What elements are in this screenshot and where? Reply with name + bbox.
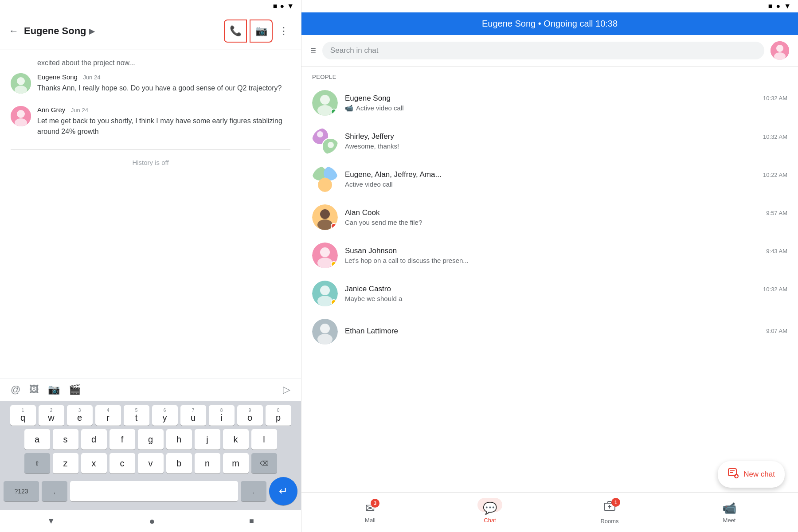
key-g[interactable]: g: [138, 429, 164, 450]
keyboard-number-row: 1q 2w 3e 4r 5t 6y 7u 8i 9o 0p: [2, 405, 299, 426]
key-e[interactable]: 3e: [67, 405, 93, 426]
key-k[interactable]: k: [223, 429, 249, 450]
chat-list: Eugene Song 10:32 AM 📹 Active video call: [301, 84, 798, 492]
wifi-icon: ●: [776, 2, 780, 10]
input-toolbar: @ 🖼 📷 🎬 ▷: [0, 378, 301, 401]
status-indicator: [331, 261, 337, 267]
backspace-key[interactable]: ⌫: [251, 453, 277, 473]
key-a[interactable]: a: [24, 429, 50, 450]
comma-key[interactable]: ,: [42, 481, 67, 501]
shift-key[interactable]: ⇧: [24, 453, 50, 473]
chat-name-row: Shirley, Jeffery 10:32 AM: [345, 132, 787, 141]
message-preview: Can you send me the file?: [345, 219, 787, 226]
key-j[interactable]: j: [195, 429, 220, 450]
chat-header: ← Eugene Song ▶ 📞 📷 ⋮: [0, 12, 301, 50]
battery-icon: ▼: [784, 2, 791, 10]
new-chat-icon: [728, 467, 739, 481]
key-u[interactable]: 7u: [180, 405, 206, 426]
new-chat-button[interactable]: New chat: [718, 461, 785, 488]
signal-icon: ■: [273, 2, 278, 10]
key-m[interactable]: m: [223, 453, 249, 473]
back-button[interactable]: ←: [9, 25, 19, 37]
image-button[interactable]: 🖼: [29, 384, 39, 395]
keyboard-bottom-row: ?123 , . ↵: [2, 477, 299, 507]
nav-home-button[interactable]: ●: [149, 516, 155, 527]
meet-icon: 📹: [722, 501, 736, 515]
key-w[interactable]: 2w: [39, 405, 64, 426]
numbers-key[interactable]: ?123: [4, 481, 39, 501]
more-options-button[interactable]: ⋮: [275, 22, 292, 40]
key-i[interactable]: 8i: [209, 405, 235, 426]
expand-icon[interactable]: ▶: [89, 27, 94, 35]
contact-name: Janice Castro: [345, 285, 391, 293]
video-call-button[interactable]: 📷: [250, 20, 273, 43]
chat-list-item[interactable]: Shirley, Jeffery 10:32 AM Awesome, thank…: [301, 122, 798, 160]
chat-name-row: Ethan Lattimore 9:07 AM: [345, 327, 787, 336]
key-b[interactable]: b: [166, 453, 192, 473]
key-d[interactable]: d: [81, 429, 107, 450]
navigation-bar: ▼ ● ■: [0, 510, 301, 532]
nav-item-meet[interactable]: 📹 Meet: [703, 501, 756, 524]
chat-title: Eugene Song ▶: [24, 25, 94, 37]
message-preview: Maybe we should a: [345, 295, 787, 302]
nav-item-chat[interactable]: 💬 Chat: [463, 501, 516, 524]
hamburger-menu-button[interactable]: ≡: [310, 45, 316, 56]
period-key[interactable]: .: [241, 481, 266, 501]
avatar: [312, 204, 338, 230]
key-o[interactable]: 9o: [237, 405, 263, 426]
svg-point-11: [317, 105, 332, 116]
svg-point-26: [320, 286, 330, 295]
key-v[interactable]: v: [138, 453, 164, 473]
key-n[interactable]: n: [195, 453, 220, 473]
camera-button[interactable]: 📷: [48, 384, 60, 395]
avatar: [312, 319, 338, 344]
message-time: 10:22 AM: [763, 172, 787, 178]
ongoing-call-banner[interactable]: Eugene Song • Ongoing call 10:38: [301, 12, 798, 35]
message-text: Thanks Ann, I really hope so. Do you hav…: [37, 83, 282, 94]
nav-item-mail[interactable]: ✉ 3 Mail: [344, 501, 397, 524]
key-z[interactable]: z: [53, 453, 78, 473]
nav-item-rooms[interactable]: 1 Rooms: [583, 501, 636, 524]
key-h[interactable]: h: [166, 429, 192, 450]
key-f[interactable]: f: [110, 429, 135, 450]
phone-call-button[interactable]: 📞: [224, 20, 247, 43]
user-avatar[interactable]: [771, 41, 789, 60]
key-c[interactable]: c: [110, 453, 135, 473]
chat-list-item[interactable]: Alan Cook 9:57 AM Can you send me the fi…: [301, 198, 798, 236]
message-time: 9:43 AM: [766, 248, 787, 254]
chat-list-item[interactable]: Eugene, Alan, Jeffrey, Ama... 10:22 AM A…: [301, 160, 798, 198]
send-button[interactable]: ▷: [283, 384, 290, 395]
chat-name-row: Janice Castro 10:32 AM: [345, 285, 787, 293]
key-x[interactable]: x: [81, 453, 107, 473]
key-y[interactable]: 6y: [152, 405, 178, 426]
key-t[interactable]: 5t: [124, 405, 149, 426]
search-input[interactable]: Search in chat: [322, 42, 764, 59]
chat-list-item[interactable]: Janice Castro 10:32 AM Maybe we should a: [301, 274, 798, 313]
new-chat-label: New chat: [743, 470, 775, 479]
avatar: [312, 281, 338, 306]
search-bar: ≡ Search in chat: [301, 35, 798, 66]
mention-button[interactable]: @: [11, 384, 20, 395]
svg-point-20: [320, 209, 330, 219]
key-l[interactable]: l: [251, 429, 277, 450]
nav-back-button[interactable]: ▼: [47, 516, 55, 526]
chat-info: Ethan Lattimore 9:07 AM: [345, 327, 787, 337]
key-s[interactable]: s: [53, 429, 78, 450]
enter-key[interactable]: ↵: [269, 477, 297, 505]
contact-name: Eugene Song: [345, 94, 391, 103]
key-p[interactable]: 0p: [266, 405, 291, 426]
chat-info: Janice Castro 10:32 AM Maybe we should a: [345, 285, 787, 302]
chat-name-row: Susan Johnson 9:43 AM: [345, 246, 787, 255]
key-q[interactable]: 1q: [10, 405, 36, 426]
avatar: [312, 166, 338, 192]
chat-list-item[interactable]: Ethan Lattimore 9:07 AM: [301, 313, 798, 351]
video-add-button[interactable]: 🎬: [69, 384, 81, 395]
chat-list-item[interactable]: Susan Johnson 9:43 AM Let's hop on a cal…: [301, 236, 798, 274]
avatar: [11, 106, 31, 126]
avatar: [11, 73, 31, 94]
chat-list-item[interactable]: Eugene Song 10:32 AM 📹 Active video call: [301, 84, 798, 122]
nav-recents-button[interactable]: ■: [249, 516, 254, 526]
key-r[interactable]: 4r: [95, 405, 121, 426]
message-text: Let me get back to you shortly, I think …: [37, 116, 290, 137]
space-key[interactable]: [70, 481, 238, 501]
